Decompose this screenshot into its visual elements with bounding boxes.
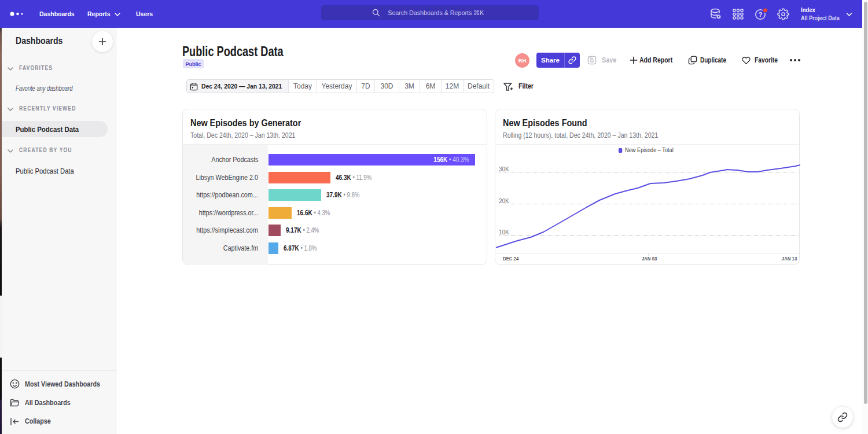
svg-text:?: ? (758, 11, 762, 18)
